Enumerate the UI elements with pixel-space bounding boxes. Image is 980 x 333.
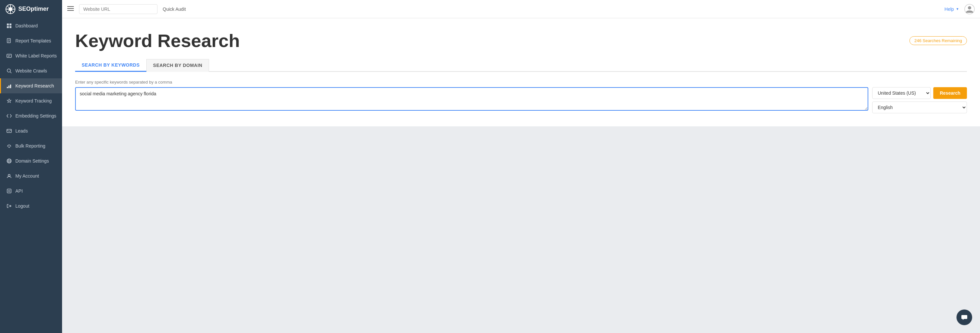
sidebar-item-label: Website Crawls (15, 68, 47, 73)
sidebar-item-label: API (15, 189, 23, 193)
svg-rect-15 (7, 24, 9, 25)
sidebar-item-bulk-reporting[interactable]: Bulk Reporting (0, 138, 62, 154)
language-select[interactable]: English Spanish French German (872, 101, 967, 113)
sidebar-item-label: Logout (15, 203, 29, 209)
sidebar-item-api[interactable]: API (0, 184, 62, 198)
gray-section (62, 126, 980, 333)
sidebar-item-report-templates[interactable]: Report Templates (0, 33, 62, 48)
sidebar-item-embedding-settings[interactable]: Embedding Settings (0, 108, 62, 124)
page-title-row: Keyword Research 246 Searches Remaining (75, 30, 967, 51)
keyword-hint-text: Enter any specific keywords separated by… (75, 80, 967, 84)
svg-line-6 (7, 6, 9, 8)
svg-rect-29 (8, 86, 10, 88)
logo-text: SEOptimer (18, 6, 49, 13)
svg-rect-16 (10, 24, 11, 25)
tab-search-by-domain[interactable]: SEARCH BY DOMAIN (146, 59, 209, 72)
bulk-reporting-icon (6, 143, 12, 149)
svg-point-36 (8, 174, 10, 176)
search-controls: United States (US) United Kingdom (UK) C… (872, 87, 967, 113)
svg-rect-10 (67, 6, 74, 7)
white-label-icon (6, 53, 12, 59)
logout-icon (6, 203, 12, 209)
app-header: SEOptimer Quick Audit Help ▼ (0, 0, 980, 18)
country-research-row: United States (US) United Kingdom (UK) C… (872, 87, 967, 99)
svg-rect-31 (7, 129, 11, 133)
leads-icon (6, 128, 12, 134)
sidebar-item-label: Dashboard (15, 23, 38, 29)
domain-settings-icon (6, 158, 12, 164)
svg-point-26 (7, 69, 10, 72)
help-button[interactable]: Help ▼ (944, 6, 959, 12)
content-panel: Keyword Research 246 Searches Remaining … (62, 18, 980, 126)
sidebar-item-white-label-reports[interactable]: White Label Reports (0, 48, 62, 63)
research-button[interactable]: Research (933, 87, 967, 99)
chat-icon (961, 314, 968, 321)
chat-widget-button[interactable] (956, 309, 972, 325)
dashboard-icon (6, 23, 12, 29)
svg-line-27 (10, 72, 11, 73)
svg-line-7 (12, 10, 14, 13)
sidebar-item-label: White Label Reports (15, 53, 57, 59)
my-account-icon (6, 173, 12, 179)
svg-rect-18 (10, 26, 11, 28)
main-content: Keyword Research 246 Searches Remaining … (62, 18, 980, 333)
svg-point-32 (7, 159, 11, 163)
keyword-research-icon (6, 83, 12, 89)
svg-point-33 (8, 159, 10, 163)
sidebar-item-label: Report Templates (15, 38, 51, 43)
search-row: social media marketing agency florida Un… (75, 87, 967, 113)
sidebar-item-dashboard[interactable]: Dashboard (0, 18, 62, 33)
hamburger-button[interactable] (65, 3, 76, 15)
keyword-input[interactable]: social media marketing agency florida (75, 87, 868, 111)
sidebar: Dashboard Report Templates White Label R… (0, 18, 62, 333)
sidebar-item-label: Bulk Reporting (15, 143, 45, 149)
svg-point-14 (968, 6, 971, 10)
user-account-button[interactable] (964, 4, 975, 14)
api-icon (6, 188, 12, 194)
user-icon (964, 4, 975, 14)
logo-icon (5, 4, 16, 14)
keyword-tracking-icon (6, 98, 12, 104)
website-crawls-icon (6, 68, 12, 74)
svg-rect-17 (7, 26, 9, 28)
sidebar-item-website-crawls[interactable]: Website Crawls (0, 63, 62, 78)
quick-audit-button[interactable]: Quick Audit (159, 5, 190, 14)
app-body: Dashboard Report Templates White Label R… (0, 18, 980, 333)
svg-line-8 (12, 6, 14, 8)
sidebar-item-label: My Account (15, 173, 39, 179)
svg-rect-37 (7, 189, 11, 193)
svg-rect-11 (67, 8, 74, 9)
svg-rect-12 (67, 10, 74, 11)
sidebar-item-label: Embedding Settings (15, 113, 56, 119)
sidebar-item-label: Keyword Tracking (15, 98, 52, 103)
page-title: Keyword Research (75, 30, 240, 51)
sidebar-item-domain-settings[interactable]: Domain Settings (0, 154, 62, 168)
svg-rect-28 (7, 87, 8, 88)
header-right: Help ▼ (944, 4, 975, 14)
sidebar-item-my-account[interactable]: My Account (0, 168, 62, 184)
help-chevron-icon: ▼ (956, 7, 959, 11)
svg-rect-30 (10, 84, 11, 88)
svg-line-9 (7, 10, 9, 13)
website-url-input[interactable] (79, 4, 158, 14)
sidebar-item-label: Leads (15, 128, 28, 133)
sidebar-item-label: Domain Settings (15, 159, 49, 163)
country-select[interactable]: United States (US) United Kingdom (UK) C… (872, 87, 931, 99)
sidebar-item-keyword-research[interactable]: Keyword Research (0, 78, 62, 94)
searches-remaining-badge: 246 Searches Remaining (910, 36, 967, 45)
embedding-settings-icon (6, 113, 12, 119)
hamburger-icon (67, 5, 74, 12)
tabs-row: SEARCH BY KEYWORDS SEARCH BY DOMAIN (75, 59, 967, 72)
svg-point-38 (8, 190, 10, 192)
tab-search-by-keywords[interactable]: SEARCH BY KEYWORDS (75, 59, 146, 72)
logo: SEOptimer (0, 0, 62, 18)
sidebar-item-keyword-tracking[interactable]: Keyword Tracking (0, 94, 62, 108)
sidebar-item-logout[interactable]: Logout (0, 198, 62, 214)
svg-rect-23 (7, 54, 11, 57)
sidebar-item-leads[interactable]: Leads (0, 124, 62, 138)
sidebar-item-label: Keyword Research (15, 83, 54, 89)
report-templates-icon (6, 38, 12, 44)
